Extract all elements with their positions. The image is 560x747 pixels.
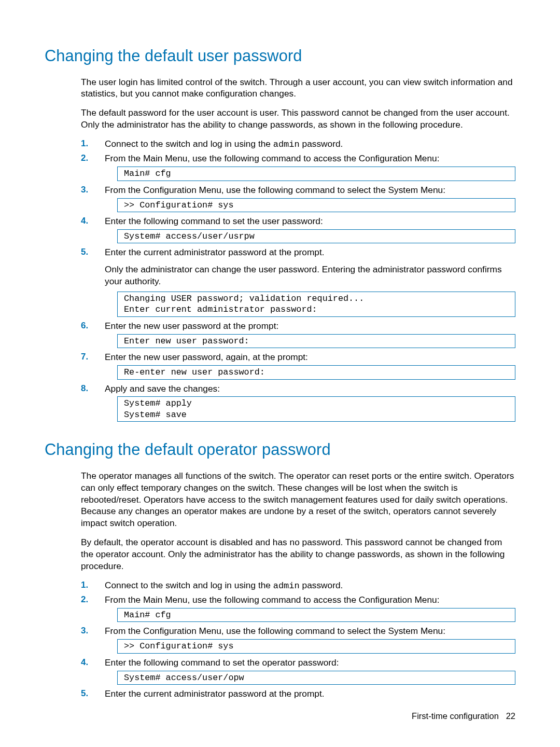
step-number: 8. bbox=[81, 383, 88, 394]
section-user-body: The user login has limited control of th… bbox=[45, 76, 515, 422]
step-item: 1. Connect to the switch and log in usin… bbox=[81, 138, 515, 150]
step-number: 2. bbox=[81, 153, 88, 164]
code-box: Enter new user password: bbox=[117, 334, 515, 349]
code-box: Main# cfg bbox=[117, 167, 515, 181]
step-item: 4. Enter the following command to set th… bbox=[81, 657, 515, 685]
code-box: >> Configuration# sys bbox=[117, 639, 515, 654]
step-text: Enter the current administrator password… bbox=[105, 688, 515, 700]
step-number: 2. bbox=[81, 594, 88, 605]
paragraph: The operator manages all functions of th… bbox=[81, 470, 515, 529]
step-number: 4. bbox=[81, 657, 88, 668]
step-item: 8. Apply and save the changes: System# a… bbox=[81, 383, 515, 422]
paragraph: By default, the operator account is disa… bbox=[81, 536, 515, 572]
step-item: 2. From the Main Menu, use the following… bbox=[81, 153, 515, 181]
section-heading-operator: Changing the default operator password bbox=[45, 439, 515, 461]
step-number: 4. bbox=[81, 215, 88, 227]
step-number: 1. bbox=[81, 579, 88, 591]
inline-code: admin bbox=[273, 581, 300, 591]
step-text: From the Main Menu, use the following co… bbox=[105, 594, 515, 606]
step-number: 5. bbox=[81, 246, 88, 258]
step-list-operator: 1. Connect to the switch and log in usin… bbox=[81, 579, 515, 700]
step-item: 3. From the Configuration Menu, use the … bbox=[81, 184, 515, 212]
step-number: 7. bbox=[81, 351, 88, 363]
step-text: Enter the current administrator password… bbox=[105, 246, 515, 258]
code-box: >> Configuration# sys bbox=[117, 198, 515, 213]
step-list-user: 1. Connect to the switch and log in usin… bbox=[81, 138, 515, 422]
step-item: 5. Enter the current administrator passw… bbox=[81, 688, 515, 700]
text-run: Connect to the switch and log in using t… bbox=[105, 580, 273, 590]
page-footer: First-time configuration 22 bbox=[412, 711, 515, 722]
step-text: Enter the new user password, again, at t… bbox=[105, 351, 515, 363]
paragraph: The default password for the user accoun… bbox=[81, 107, 515, 131]
text-run: password. bbox=[300, 139, 343, 149]
step-item: 5. Enter the current administrator passw… bbox=[81, 246, 515, 316]
code-box: Main# cfg bbox=[117, 608, 515, 622]
step-item: 2. From the Main Menu, use the following… bbox=[81, 594, 515, 622]
paragraph: The user login has limited control of th… bbox=[81, 76, 515, 100]
step-item: 4. Enter the following command to set th… bbox=[81, 215, 515, 243]
step-number: 3. bbox=[81, 184, 88, 196]
step-text: Enter the following command to set the u… bbox=[105, 215, 515, 227]
code-box: System# access/user/opw bbox=[117, 671, 515, 685]
step-number: 3. bbox=[81, 625, 88, 637]
step-text: Enter the following command to set the o… bbox=[105, 657, 515, 669]
paragraph: Only the administrator can change the us… bbox=[105, 264, 515, 287]
page-number: 22 bbox=[506, 711, 515, 721]
step-item: 7. Enter the new user password, again, a… bbox=[81, 351, 515, 379]
inline-code: admin bbox=[273, 140, 300, 149]
step-number: 6. bbox=[81, 320, 88, 331]
step-text: Enter the new user password at the promp… bbox=[105, 320, 515, 332]
step-text: From the Configuration Menu, use the fol… bbox=[105, 625, 515, 637]
step-item: 1. Connect to the switch and log in usin… bbox=[81, 579, 515, 592]
code-box: Re-enter new user password: bbox=[117, 365, 515, 380]
step-text: From the Configuration Menu, use the fol… bbox=[105, 184, 515, 196]
step-number: 1. bbox=[81, 138, 88, 149]
code-box: System# access/user/usrpw bbox=[117, 229, 515, 244]
step-text: From the Main Menu, use the following co… bbox=[105, 153, 515, 164]
footer-label: First-time configuration bbox=[412, 711, 499, 721]
text-run: password. bbox=[300, 580, 343, 590]
step-text: Connect to the switch and log in using t… bbox=[105, 138, 515, 150]
section-heading-user: Changing the default user password bbox=[45, 46, 515, 67]
step-text: Connect to the switch and log in using t… bbox=[105, 579, 515, 592]
step-item: 6. Enter the new user password at the pr… bbox=[81, 320, 515, 348]
step-number: 5. bbox=[81, 688, 88, 699]
code-box: System# apply System# save bbox=[117, 396, 515, 422]
step-item: 3. From the Configuration Menu, use the … bbox=[81, 625, 515, 653]
section-operator-body: The operator manages all functions of th… bbox=[45, 470, 515, 700]
code-box: Changing USER password; validation requi… bbox=[117, 292, 515, 317]
step-text: Apply and save the changes: bbox=[105, 383, 515, 395]
text-run: Connect to the switch and log in using t… bbox=[105, 139, 273, 149]
